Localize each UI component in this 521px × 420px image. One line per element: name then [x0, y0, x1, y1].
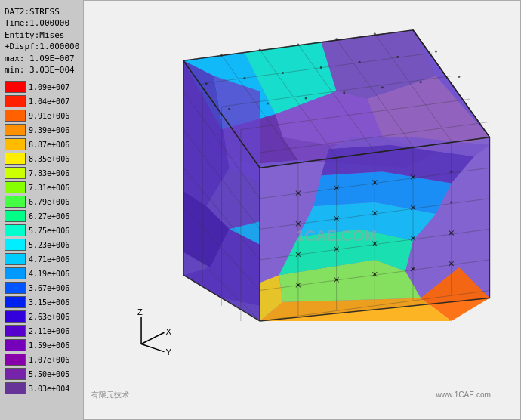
legend-item: 8.87e+006 — [5, 137, 79, 151]
svg-point-79 — [305, 97, 307, 99]
legend-color-swatch — [5, 167, 26, 179]
legend-color-swatch — [5, 210, 26, 222]
legend-item: 7.83e+006 — [5, 166, 79, 180]
bottom-watermark-left: 有限元技术 — [91, 391, 129, 399]
svg-point-73 — [320, 66, 322, 69]
legend-value-label: 3.03e+004 — [29, 384, 69, 393]
legend-value-label: 3.15e+006 — [29, 298, 69, 307]
legend-color-swatch — [5, 310, 26, 323]
legend-color-swatch — [5, 138, 26, 150]
legend-color-swatch — [5, 153, 26, 165]
legend-title-line-5: min: 3.03E+004 — [5, 64, 79, 76]
legend-color-swatch — [5, 296, 26, 308]
legend-value-label: 9.39e+006 — [29, 126, 69, 134]
svg-point-66 — [259, 49, 261, 51]
legend-color-swatch — [5, 267, 26, 279]
legend-color-swatch — [5, 253, 26, 265]
svg-point-78 — [267, 103, 269, 105]
legend-value-label: 3.67e+006 — [29, 284, 69, 292]
svg-text:Z: Z — [137, 307, 143, 317]
legend-item: 1.04e+007 — [5, 94, 79, 108]
legend-value-label: 4.19e+006 — [29, 270, 69, 278]
legend-item: 5.23e+006 — [5, 238, 79, 252]
legend-color-swatch — [5, 354, 26, 366]
svg-point-88 — [450, 171, 452, 173]
svg-point-67 — [297, 43, 299, 45]
legend-item: 2.11e+006 — [5, 324, 79, 338]
legend-title-line-0: DAT2:STRESS — [5, 6, 79, 17]
legend-item: 7.31e+006 — [5, 181, 79, 194]
legend-item: 1.09e+007 — [5, 80, 79, 94]
svg-point-65 — [220, 54, 223, 57]
legend-color-swatch — [5, 95, 26, 107]
svg-point-77 — [228, 108, 230, 110]
legend-value-label: 2.63e+006 — [29, 313, 69, 321]
legend-value-label: 7.83e+006 — [29, 169, 69, 178]
legend-value-label: 1.09e+007 — [29, 83, 69, 91]
svg-point-74 — [359, 61, 361, 63]
legend-item: 5.75e+006 — [5, 224, 79, 237]
legend-item: 8.35e+006 — [5, 152, 79, 165]
legend-value-label: 1.07e+006 — [29, 356, 69, 364]
legend-color-swatch — [5, 224, 26, 236]
svg-point-72 — [282, 72, 284, 74]
legend-color-swatch — [5, 282, 26, 294]
legend-item: 1.59e+006 — [5, 338, 79, 352]
legend-title-line-1: Time:1.000000 — [5, 17, 79, 29]
legend-value-label: 8.87e+006 — [29, 141, 69, 149]
viewport: Z X Y 1CAE.COM 有限元技术 www.1CAE.com — [83, 0, 521, 420]
legend-color-swatch — [5, 81, 26, 93]
legend-color-swatch — [5, 124, 26, 136]
fea-svg: Z X Y 1CAE.COM 有限元技术 www.1CAE.com — [84, 1, 520, 419]
legend-item: 4.71e+006 — [5, 252, 79, 266]
legend-color-swatch — [5, 339, 26, 351]
legend-value-label: 1.04e+007 — [29, 97, 69, 106]
legend-item: 9.91e+006 — [5, 109, 79, 122]
legend-item: 3.67e+006 — [5, 281, 79, 295]
legend-item: 4.19e+006 — [5, 267, 79, 280]
legend-value-label: 7.31e+006 — [29, 184, 69, 192]
legend-info: DAT2:STRESSTime:1.000000Entity:Mises+Dis… — [5, 6, 79, 76]
legend-value-label: 5.50e+005 — [29, 370, 69, 378]
legend-value-label: 4.71e+006 — [29, 255, 69, 264]
legend-value-label: 5.75e+006 — [29, 227, 69, 235]
svg-point-69 — [374, 32, 376, 35]
legend-title-line-2: Entity:Mises — [5, 29, 79, 41]
legend-item: 3.15e+006 — [5, 295, 79, 309]
legend-value-label: 1.59e+006 — [29, 341, 69, 350]
svg-point-80 — [343, 91, 345, 94]
legend-value-label: 5.23e+006 — [29, 241, 69, 249]
svg-text:Y: Y — [166, 347, 172, 357]
legend-color-swatch — [5, 196, 26, 208]
svg-point-75 — [396, 56, 399, 58]
svg-point-76 — [435, 51, 437, 53]
bottom-watermark-right: www.1CAE.com — [435, 391, 491, 399]
svg-text:X: X — [166, 327, 172, 336]
legend-item: 9.39e+006 — [5, 123, 79, 137]
legend-bar-container: 1.09e+0071.04e+0079.91e+0069.39e+0068.87… — [5, 80, 79, 414]
legend-item: 3.03e+004 — [5, 381, 79, 395]
svg-point-68 — [335, 38, 338, 40]
legend-title-line-4: max: 1.09E+007 — [5, 53, 79, 64]
legend-color-swatch — [5, 239, 26, 251]
legend-color-swatch — [5, 382, 26, 394]
legend-color-swatch — [5, 110, 26, 122]
legend-color-swatch — [5, 368, 26, 380]
legend-color-swatch — [5, 181, 26, 193]
legend-item: 2.63e+006 — [5, 310, 79, 323]
legend-value-label: 8.35e+006 — [29, 155, 69, 163]
svg-point-70 — [205, 82, 208, 85]
legend-panel: DAT2:STRESSTime:1.000000Entity:Mises+Dis… — [0, 0, 83, 420]
legend-value-label: 6.27e+006 — [29, 212, 69, 221]
legend-item: 6.27e+006 — [5, 209, 79, 223]
legend-item: 6.79e+006 — [5, 195, 79, 208]
svg-point-71 — [243, 77, 245, 79]
svg-point-83 — [458, 76, 460, 78]
legend-value-label: 2.11e+006 — [29, 327, 69, 335]
legend-value-label: 6.79e+006 — [29, 198, 69, 206]
svg-point-81 — [381, 86, 384, 88]
legend-title-line-3: +Dispf:1.000000 — [5, 41, 79, 52]
legend-color-swatch — [5, 325, 26, 337]
legend-item: 1.07e+006 — [5, 353, 79, 366]
legend-item: 5.50e+005 — [5, 367, 79, 381]
